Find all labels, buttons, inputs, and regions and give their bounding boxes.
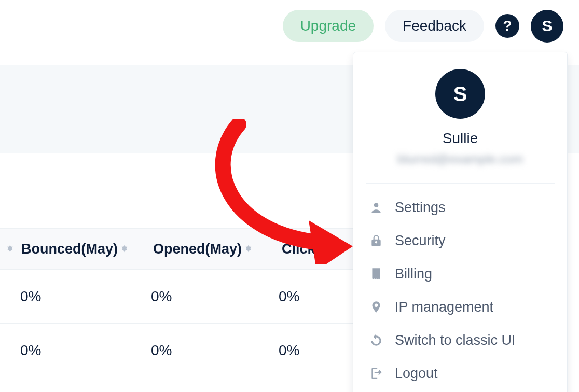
menu-item-security[interactable]: Security: [363, 224, 558, 257]
cell: 0%: [275, 288, 356, 305]
menu-item-label: Settings: [395, 200, 446, 216]
menu-item-logout[interactable]: Logout: [363, 357, 558, 390]
user-email: blurred@example.com: [397, 152, 523, 166]
menu-item-label: Switch to classic UI: [395, 332, 516, 348]
user-menu: S Sullie blurred@example.com Settings Se…: [353, 52, 568, 392]
user-avatar-button[interactable]: S: [531, 10, 563, 43]
sort-icon: ▲▼: [6, 245, 15, 251]
pin-icon: [368, 299, 384, 315]
table-row: 0% 0% 0%: [0, 270, 356, 324]
menu-item-label: IP management: [395, 299, 493, 315]
logout-icon: [368, 365, 384, 382]
receipt-icon: [368, 265, 384, 282]
cell: 0%: [148, 288, 275, 305]
user-menu-profile: S Sullie blurred@example.com: [353, 67, 567, 178]
user-avatar-large: S: [435, 69, 485, 119]
menu-item-ip-management[interactable]: IP management: [363, 290, 558, 324]
table-header-opened[interactable]: Opened(May) ▲▼: [150, 241, 278, 257]
lock-icon: [368, 232, 384, 249]
cell: 0%: [275, 342, 356, 359]
sort-icon: ▲▼: [244, 245, 253, 251]
cell: 0%: [148, 342, 275, 359]
refresh-icon: [368, 332, 384, 348]
menu-divider: [366, 183, 555, 184]
menu-item-settings[interactable]: Settings: [363, 191, 558, 224]
table-header-click[interactable]: Click: [279, 241, 356, 257]
table-header-bounced[interactable]: Bounced(May) ▲▼: [18, 241, 149, 257]
help-icon[interactable]: ?: [495, 14, 519, 38]
stats-table: ▲▼ Bounced(May) ▲▼ Opened(May) ▲▼ Click …: [0, 228, 356, 377]
table-header-edge[interactable]: ▲▼: [0, 246, 17, 252]
cell: 0%: [17, 342, 148, 359]
col-label: Bounced(May): [21, 241, 118, 257]
cell: 0%: [17, 288, 148, 305]
menu-item-billing[interactable]: Billing: [363, 257, 558, 290]
svg-point-0: [374, 203, 379, 207]
table-row: 0% 0% 0%: [0, 324, 356, 377]
menu-item-label: Security: [395, 233, 446, 249]
menu-item-label: Logout: [395, 366, 438, 382]
user-name: Sullie: [443, 130, 478, 147]
user-icon: [368, 199, 384, 216]
feedback-button[interactable]: Feedback: [385, 10, 484, 42]
table-header-row: ▲▼ Bounced(May) ▲▼ Opened(May) ▲▼ Click: [0, 228, 356, 270]
col-label: Opened(May): [153, 241, 242, 257]
upgrade-button[interactable]: Upgrade: [283, 10, 374, 42]
menu-item-classic-ui[interactable]: Switch to classic UI: [363, 324, 558, 357]
sort-icon: ▲▼: [120, 245, 129, 251]
col-label: Click: [282, 241, 315, 257]
menu-item-label: Billing: [395, 266, 432, 282]
top-header: Upgrade Feedback ? S: [0, 0, 579, 52]
